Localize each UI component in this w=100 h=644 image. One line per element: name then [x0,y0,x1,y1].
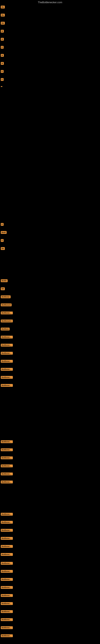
badge-7: B [1,54,4,57]
badge-39: Bottleneck resu [1,344,13,346]
badge-47: Bottleneck resu [1,456,13,459]
badge-8: B [1,62,4,65]
badge-62: Bottleneck resu [1,602,13,605]
badge-41: Bottleneck resu [1,360,13,363]
badge-46: Bottleneck resu [1,448,13,451]
badge-33: Bottlenec [1,296,11,298]
badge-52: Bottleneck resu [1,521,13,524]
badge-9: E [1,70,3,73]
badge-23: E [1,239,3,242]
badge-34: Bottleneck [1,304,12,306]
badge-44: Bottleneck res [1,384,13,387]
badge-3: B4 [1,22,5,24]
badge-22: Bottl [1,231,7,234]
badge-4: B [1,30,4,32]
badge-38: Bottleneck re [1,336,13,338]
badge-59: Bottleneck resu [1,578,13,581]
badge-53: Bottleneck resu [1,529,13,532]
badge-65: Bottleneck resu [1,626,13,629]
badge-48: Bottleneck resu [1,464,13,467]
badge-45: Bottleneck resu [1,440,13,443]
badge-31: Bottle [1,279,8,282]
badge-42: Bottleneck resu [1,368,13,371]
badge-57: Bottleneck resu [1,562,13,565]
badge-58: Bottleneck resu [1,570,13,573]
badge-49: Bottleneck resu [1,472,13,475]
badge-11 [1,86,2,87]
badge-10: E [1,78,3,81]
badge-32: B4 [1,288,5,290]
badge-40: Bottleneck resu [1,352,13,354]
badge-64: Bottleneck res [1,618,13,621]
badge-6: E [1,46,3,49]
badge-56: Bottleneck res [1,553,13,556]
badge-35: Bottleneck re [1,312,13,314]
badge-66: Bottleneck resu [1,634,13,637]
badge-21: E [1,223,3,226]
badge-1: Bo [1,6,5,8]
badge-5: B [1,38,4,41]
badge-37: Bottlene [1,328,10,330]
badge-24: Bo [1,247,5,250]
badge-2: Bo [1,14,5,16]
badge-63: Bottleneck resu [1,610,13,613]
badge-36: Bottleneck r [1,320,13,322]
badge-61: Bottleneck resu [1,594,13,597]
badge-55: Bottleneck resu [1,545,13,548]
badge-54: Bottleneck resu [1,537,13,540]
badge-51: Bottleneck resu [1,513,13,516]
badge-60: Bottleneck resu [1,586,13,589]
badge-50: Bottleneck res [1,480,13,484]
site-title: TheBottlenecker.com [38,1,62,4]
badge-43: Bottleneck resu [1,376,13,379]
